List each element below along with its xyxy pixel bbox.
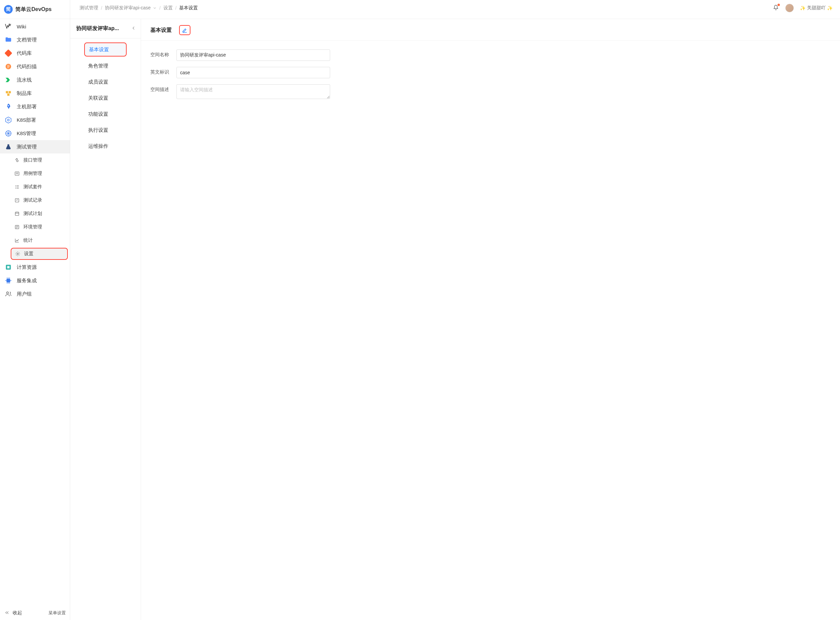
settings-nav-exec[interactable]: 执行设置 [70, 122, 141, 138]
nav-test-manage[interactable]: 测试管理 [0, 140, 70, 153]
nav-sub-stats[interactable]: 统计 [0, 234, 70, 247]
pipeline-icon [4, 76, 12, 84]
nav-service-integration[interactable]: 服务集成 [0, 274, 70, 287]
desc-textarea[interactable] [176, 84, 330, 99]
nav-artifact[interactable]: 制品库 [0, 87, 70, 100]
edit-button[interactable] [179, 25, 190, 35]
helm-icon [4, 130, 12, 137]
app-logo[interactable]: 简 简单云DevOps [0, 0, 70, 19]
basic-settings-form: 空间名称 英文标识 空间描述 [141, 41, 428, 114]
artifact-icon [4, 90, 12, 97]
settings-sidebar: 协同研发评审ap... 基本设置 角色管理 成员设置 关联设置 功能设置 执行设… [70, 19, 141, 316]
gear-icon [15, 251, 21, 257]
nav-label: 用户组 [17, 291, 32, 297]
settings-sidebar-header: 协同研发评审ap... [70, 19, 141, 38]
nav-label: 计算资源 [17, 264, 37, 271]
settings-nav-basic[interactable]: 基本设置 [84, 42, 127, 57]
settings-nav-role[interactable]: 角色管理 [70, 58, 141, 74]
breadcrumb-project[interactable]: 协同研发评审api-case [105, 5, 157, 11]
topbar: 测试管理 / 协同研发评审api-case / 设置 / 基本设置 ✨ 关甜甜吖… [70, 0, 428, 16]
nav-k8s-deploy[interactable]: K8S部署 [0, 113, 70, 127]
nav-sub-suite[interactable]: 测试套件 [0, 180, 70, 194]
nav-sub-case[interactable]: 用例管理 [0, 167, 70, 180]
space-name-input[interactable] [176, 50, 330, 61]
nav-label: 代码扫描 [17, 63, 37, 70]
breadcrumb-test-manage[interactable]: 测试管理 [80, 5, 98, 11]
nav-code[interactable]: 代码库 [0, 47, 70, 60]
pencil-icon [182, 27, 188, 33]
form-row-desc: 空间描述 [150, 84, 428, 99]
settings-nav-label: 功能设置 [88, 111, 108, 117]
svg-rect-0 [4, 50, 12, 57]
nav-sub-record[interactable]: 测试记录 [0, 194, 70, 207]
env-icon [14, 224, 20, 230]
breadcrumb-sep: / [159, 5, 161, 11]
nav-label: 设置 [24, 251, 33, 257]
nav-pipeline[interactable]: 流水线 [0, 73, 70, 87]
slug-label: 英文标识 [150, 67, 176, 75]
flask-icon [4, 143, 12, 150]
nav-k8s-manage[interactable]: K8S管理 [0, 127, 70, 140]
breadcrumb-sep: / [101, 5, 102, 11]
nav-label: 接口管理 [23, 157, 42, 163]
compute-icon [4, 263, 12, 271]
settings-nav-ops[interactable]: 运维操作 [70, 138, 141, 154]
content-header: 基本设置 [141, 19, 428, 41]
users-icon [4, 290, 12, 298]
divider [0, 19, 70, 19]
nav-compute[interactable]: 计算资源 [0, 260, 70, 274]
record-icon [14, 197, 20, 203]
svg-point-17 [7, 292, 9, 294]
breadcrumb-basic: 基本设置 [179, 5, 198, 11]
svg-rect-15 [7, 266, 9, 268]
k8s-icon [4, 116, 12, 124]
suite-icon [14, 184, 20, 190]
chip-icon [4, 277, 12, 284]
nav-sub-settings[interactable]: 设置 [11, 248, 68, 260]
content-area: 基本设置 空间名称 英文标识 空间描述 [141, 19, 428, 316]
settings-back-button[interactable] [131, 26, 136, 32]
settings-nav-label: 成员设置 [88, 79, 108, 85]
breadcrumb-project-label: 协同研发评审api-case [105, 5, 151, 11]
nav-host-deploy[interactable]: 主机部署 [0, 100, 70, 113]
nav-label: 环境管理 [23, 224, 42, 230]
breadcrumb-settings[interactable]: 设置 [164, 5, 173, 11]
svg-marker-6 [6, 117, 11, 123]
slug-input[interactable] [176, 67, 330, 78]
settings-nav-member[interactable]: 成员设置 [70, 74, 141, 90]
rocket-icon [4, 103, 12, 110]
nav-docs[interactable]: 文档管理 [0, 33, 70, 47]
settings-nav-label: 关联设置 [88, 95, 108, 101]
nav-wiki[interactable]: Wiki [0, 20, 70, 33]
nav-label: 测试管理 [17, 144, 37, 150]
settings-nav-feature[interactable]: 功能设置 [70, 106, 141, 122]
nav-user-group[interactable]: 用户组 [0, 287, 70, 301]
nav-sub-plan[interactable]: 测试计划 [0, 207, 70, 220]
desc-label: 空间描述 [150, 84, 176, 93]
wiki-icon [4, 23, 12, 30]
chevron-down-icon [153, 6, 157, 10]
nav-sub-api[interactable]: 接口管理 [0, 153, 70, 167]
plan-icon [14, 211, 20, 217]
link-icon [14, 157, 20, 163]
nav-label: 统计 [23, 238, 33, 244]
nav-label: 文档管理 [17, 37, 37, 43]
settings-nav-relate[interactable]: 关联设置 [70, 90, 141, 106]
svg-rect-9 [15, 172, 19, 176]
nav-label: 主机部署 [17, 104, 37, 110]
main-sidebar: 简 简单云DevOps Wiki 文档管理 代码库 代码扫描 流水线 [0, 0, 70, 316]
space-name-label: 空间名称 [150, 50, 176, 58]
svg-rect-16 [7, 279, 10, 283]
list-icon [14, 170, 20, 176]
nav-scan[interactable]: 代码扫描 [0, 60, 70, 73]
scan-icon [4, 63, 12, 70]
svg-point-7 [8, 119, 9, 121]
settings-nav-label: 运维操作 [88, 143, 108, 149]
nav-sub-env[interactable]: 环境管理 [0, 220, 70, 234]
page-title: 基本设置 [150, 27, 172, 34]
nav-label: 服务集成 [17, 278, 37, 284]
settings-nav-label: 执行设置 [88, 127, 108, 134]
nav-label: 测试计划 [23, 211, 42, 217]
svg-point-13 [17, 253, 18, 254]
nav-label: 测试套件 [23, 184, 42, 190]
